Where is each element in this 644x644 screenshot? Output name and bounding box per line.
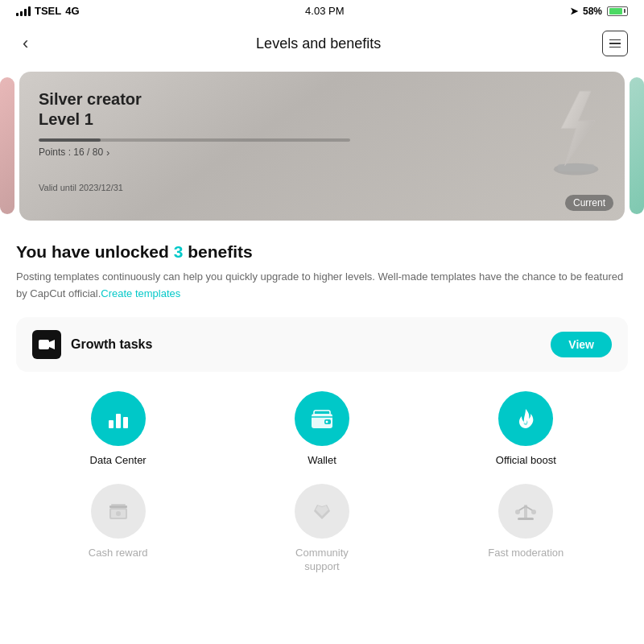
card-carousel: Silver creator Level 1 Points : 16 / 80 …: [0, 65, 644, 226]
svg-rect-6: [109, 420, 114, 428]
video-icon: [39, 338, 55, 351]
menu-icon: [609, 43, 621, 44]
fast-moderation-icon-circle: [498, 484, 553, 539]
cash-reward-label: Cash reward: [89, 547, 148, 560]
data-center-icon-circle: [91, 391, 146, 446]
view-button[interactable]: View: [551, 332, 612, 357]
fire-icon: [513, 406, 539, 431]
creator-title: Silver creator: [39, 89, 605, 109]
points-arrow-icon: ›: [106, 147, 109, 159]
unlock-prefix: You have unlocked: [16, 242, 174, 261]
cash-icon: [105, 498, 131, 524]
svg-rect-8: [123, 417, 128, 428]
tasks-left: Growth tasks: [32, 330, 152, 359]
chart-bar-icon: [105, 406, 131, 431]
svg-rect-4: [39, 340, 49, 349]
clock: 4.03 PM: [305, 5, 344, 17]
active-benefits-row: Data Center Wallet: [16, 391, 628, 468]
unlock-heading: You have unlocked 3 benefits: [16, 241, 628, 262]
current-badge: Current: [565, 195, 613, 211]
battery-icon: [607, 6, 628, 16]
status-bar: TSEL 4G 4.03 PM ➤ 58%: [0, 0, 644, 22]
carrier-label: TSEL: [35, 5, 61, 17]
benefit-wallet: Wallet: [282, 391, 362, 468]
benefit-community-support: Community support: [282, 484, 362, 574]
svg-rect-7: [116, 414, 121, 428]
svg-rect-1: [558, 163, 595, 171]
benefit-fast-moderation: Fast moderation: [485, 484, 566, 560]
svg-point-22: [531, 510, 536, 514]
svg-marker-3: [561, 91, 595, 165]
unlock-suffix: benefits: [183, 242, 252, 261]
svg-rect-18: [518, 518, 534, 520]
status-right: ➤ 58%: [570, 6, 628, 17]
svg-point-21: [515, 510, 520, 514]
cash-reward-icon-circle: [91, 484, 146, 539]
valid-until: Valid until 2023/12/31: [39, 183, 605, 192]
wallet-label: Wallet: [308, 454, 336, 468]
header: ‹ Levels and benefits: [0, 22, 644, 65]
signal-icon: [16, 6, 31, 16]
fast-moderation-label: Fast moderation: [488, 547, 564, 560]
benefit-official-boost: Official boost: [485, 391, 566, 468]
progress-bar-bg: [39, 138, 350, 142]
progress-bar-fill: [39, 138, 101, 142]
unlock-description: Posting templates continuously can help …: [16, 269, 628, 303]
location-icon: ➤: [570, 6, 578, 17]
progress-bar-wrap: [39, 138, 350, 142]
points-row: Points : 16 / 80 ›: [39, 147, 605, 159]
points-label: Points : 16 / 80: [39, 147, 103, 158]
create-templates-link[interactable]: Create templates: [101, 287, 180, 299]
tasks-icon: [32, 330, 61, 359]
community-support-icon-circle: [295, 484, 349, 539]
level-label: Level 1: [39, 110, 605, 129]
status-left: TSEL 4G: [16, 5, 80, 17]
lightning-3d-icon: [532, 84, 613, 180]
official-boost-icon-circle: [498, 391, 553, 446]
svg-point-14: [116, 511, 121, 516]
balance-icon: [513, 498, 539, 524]
menu-icon: [609, 39, 621, 41]
diamond-heart-icon: [309, 498, 335, 524]
level-card[interactable]: Silver creator Level 1 Points : 16 / 80 …: [19, 72, 625, 221]
main-content: You have unlocked 3 benefits Posting tem…: [0, 241, 644, 574]
battery-percent: 58%: [583, 6, 602, 17]
wallet-icon-circle: [295, 391, 349, 446]
wallet-icon: [309, 406, 335, 431]
community-support-label: Community support: [282, 547, 362, 574]
unlock-count: 3: [174, 242, 184, 261]
official-boost-label: Official boost: [496, 454, 556, 468]
svg-marker-5: [49, 340, 55, 349]
benefit-data-center: Data Center: [78, 391, 159, 468]
tasks-label: Growth tasks: [71, 337, 152, 352]
svg-point-11: [325, 420, 328, 423]
benefit-cash-reward: Cash reward: [78, 484, 159, 560]
network-label: 4G: [65, 5, 79, 17]
inactive-benefits-row: Cash reward Community support: [16, 484, 628, 574]
svg-rect-16: [111, 504, 126, 506]
card-right-peek: [630, 77, 644, 214]
menu-icon: [609, 47, 621, 48]
data-center-label: Data Center: [90, 454, 147, 468]
growth-tasks-card: Growth tasks View: [16, 317, 628, 372]
card-left-peek: [0, 77, 14, 214]
svg-rect-15: [109, 506, 127, 508]
back-button[interactable]: ‹: [16, 30, 35, 57]
page-title: Levels and benefits: [256, 35, 381, 52]
menu-button[interactable]: [602, 31, 628, 56]
